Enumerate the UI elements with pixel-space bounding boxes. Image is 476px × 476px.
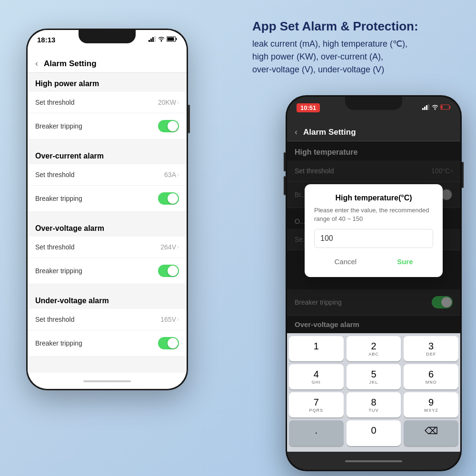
phone2-screen: High temperature Set threshold 100°C › B… (287, 141, 460, 333)
dialog-input[interactable] (314, 229, 433, 248)
key-0[interactable]: 0 (347, 420, 401, 446)
keyboard-row-4: . 0 ⌫ (289, 420, 458, 446)
key-dot[interactable]: . (289, 420, 344, 446)
header-description: leak current (mA), high temperature (℃),… (252, 38, 462, 76)
svg-rect-0 (149, 40, 150, 42)
svg-rect-10 (426, 105, 427, 110)
keyboard-row-1: 1 2ABC 3DEF (289, 336, 458, 361)
svg-rect-3 (154, 36, 156, 42)
key-6[interactable]: 6MNO (404, 364, 458, 389)
phone2-time: 10:51 (297, 103, 320, 112)
over-voltage-section-header: Over-voltage alarm (28, 218, 187, 237)
phone1-time: 18:13 (37, 36, 55, 44)
phone2: 10:51 ‹ Alarm Setting (286, 95, 462, 471)
header-section: App Set Alarm & Protection: leak current… (252, 19, 462, 76)
phone2-signal-icon (422, 104, 430, 111)
phone2-home-bar (287, 452, 460, 470)
key-3[interactable]: 3DEF (404, 336, 458, 361)
svg-rect-9 (424, 107, 426, 110)
phone2-nav-title: Alarm Setting (303, 128, 356, 137)
phone2-nav-bar: ‹ Alarm Setting (287, 123, 460, 141)
key-9[interactable]: 9WXYZ (404, 392, 458, 417)
key-7[interactable]: 7PQRS (289, 392, 344, 417)
key-5[interactable]: 5JKL (347, 364, 401, 389)
phone1-home-bar (28, 373, 187, 389)
phone1-back-button[interactable]: ‹ (35, 59, 38, 69)
phone2-power-button (462, 162, 464, 188)
phone1-screen: High power alarm Set threshold 20KW › Br… (28, 73, 187, 373)
high-power-breaker[interactable]: Breaker tripping (28, 113, 187, 139)
key-1[interactable]: 1 (289, 336, 344, 361)
high-power-section-header: High power alarm (28, 73, 187, 92)
svg-rect-14 (450, 106, 451, 108)
under-voltage-toggle[interactable] (158, 337, 179, 349)
svg-rect-6 (176, 38, 177, 40)
over-voltage-threshold[interactable]: Set threshold 264V › (28, 237, 187, 258)
over-voltage-breaker[interactable]: Breaker tripping (28, 258, 187, 284)
wifi-icon (158, 36, 165, 43)
over-voltage-toggle[interactable] (158, 265, 179, 277)
phone2-notch (345, 97, 402, 110)
dialog-cancel-button[interactable]: Cancel (325, 256, 366, 268)
key-8[interactable]: 8TUV (347, 392, 401, 417)
svg-point-4 (161, 40, 162, 42)
under-voltage-section-body: Set threshold 165V › Breaker tripping (28, 309, 187, 357)
header-title: App Set Alarm & Protection: (252, 19, 462, 34)
over-voltage-section-body: Set threshold 264V › Breaker tripping (28, 237, 187, 284)
phone1-nav-title: Alarm Setting (44, 59, 97, 69)
under-voltage-threshold[interactable]: Set threshold 165V › (28, 309, 187, 330)
dialog-title: High temperature(°C) (314, 194, 433, 202)
phone2-vol-up-button (284, 152, 286, 171)
phone1-notch (79, 30, 136, 43)
svg-point-12 (435, 109, 436, 110)
svg-rect-15 (441, 106, 443, 109)
phone2-status-icons (422, 104, 451, 111)
battery-icon (167, 36, 177, 43)
phone1-status-icons (149, 36, 177, 43)
keyboard-row-2: 4GHI 5JKL 6MNO (289, 364, 458, 389)
high-power-section-body: Set threshold 20KW › Breaker tripping (28, 92, 187, 139)
over-current-section-body: Set threshold 63A › Breaker tripping (28, 164, 187, 212)
phone2-keyboard: 1 2ABC 3DEF 4GHI 5JKL 6MNO 7PQRS 8TUV 9W… (287, 333, 460, 452)
phone1-power-button (188, 105, 190, 133)
over-current-toggle[interactable] (158, 192, 179, 205)
phone2-wifi-icon (432, 104, 438, 111)
svg-rect-11 (428, 104, 429, 110)
key-2[interactable]: 2ABC (347, 336, 401, 361)
high-power-toggle[interactable] (158, 120, 179, 132)
svg-rect-1 (150, 39, 152, 42)
phone2-vol-down-button (284, 176, 286, 195)
phone1-nav-bar: ‹ Alarm Setting (28, 55, 187, 73)
over-current-threshold[interactable]: Set threshold 63A › (28, 164, 187, 186)
over-current-section-header: Over-current alarm (28, 145, 187, 164)
phone2-back-button[interactable]: ‹ (295, 127, 298, 137)
svg-rect-2 (152, 37, 154, 42)
phone2-battery-icon (440, 104, 451, 111)
dialog-buttons: Cancel Sure (314, 256, 433, 268)
svg-rect-8 (422, 108, 424, 110)
high-power-threshold[interactable]: Set threshold 20KW › (28, 92, 187, 113)
key-4[interactable]: 4GHI (289, 364, 344, 389)
under-voltage-section-header: Under-voltage alarm (28, 290, 187, 309)
key-delete[interactable]: ⌫ (404, 420, 458, 446)
high-temp-dialog: High temperature(°C) Please enter the va… (305, 184, 443, 277)
signal-icon (149, 36, 156, 43)
under-voltage-breaker[interactable]: Breaker tripping (28, 330, 187, 357)
dialog-description: Please enter the value, the recommended … (314, 206, 433, 223)
dialog-overlay: High temperature(°C) Please enter the va… (287, 141, 460, 333)
dialog-sure-button[interactable]: Sure (387, 256, 422, 268)
phone1: 18:13 ‹ Alarm Setting (26, 29, 188, 390)
over-current-breaker[interactable]: Breaker tripping (28, 186, 187, 212)
svg-rect-7 (168, 38, 174, 41)
keyboard-row-3: 7PQRS 8TUV 9WXYZ (289, 392, 458, 417)
